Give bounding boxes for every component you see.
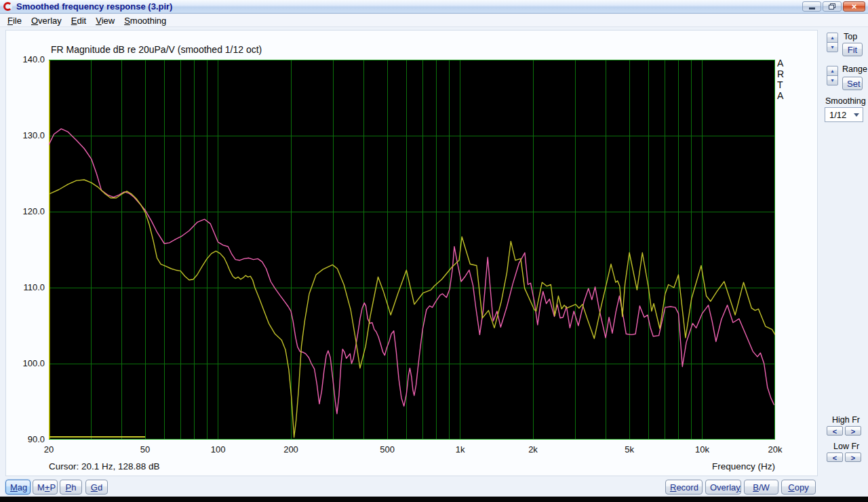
menu-smoothing[interactable]: Smoothing bbox=[119, 15, 171, 26]
set-button[interactable]: Set bbox=[842, 77, 863, 90]
high-fr-next-button[interactable]: > bbox=[845, 426, 861, 436]
frequency-response-chart bbox=[49, 60, 775, 440]
window-controls: × bbox=[802, 1, 865, 12]
high-fr-prev-button[interactable]: < bbox=[827, 426, 843, 436]
frequency-axis-label: Frequency (Hz) bbox=[639, 461, 775, 471]
x-tick-label: 100 bbox=[211, 444, 226, 455]
low-fr-next-button[interactable]: > bbox=[845, 452, 861, 462]
x-tick-label: 500 bbox=[380, 444, 395, 455]
toolbar-mag-button[interactable]: Mag bbox=[5, 480, 31, 495]
minimize-icon bbox=[809, 7, 815, 9]
titlebar: Smoothed frequency response (3.pir) × bbox=[0, 0, 868, 14]
minimize-button[interactable] bbox=[802, 1, 821, 12]
x-tick-label: 20 bbox=[44, 444, 54, 455]
restore-icon bbox=[829, 3, 835, 9]
toolbar-bw-button[interactable]: B/W bbox=[744, 480, 778, 495]
top-spin-down-button[interactable]: ▾ bbox=[827, 42, 838, 52]
smoothing-dropdown[interactable]: 1/12 bbox=[825, 107, 863, 122]
toolbar-ph-button[interactable]: Ph bbox=[60, 480, 82, 495]
x-tick-label: 20k bbox=[768, 444, 783, 455]
y-tick-label: 90.0 bbox=[1, 434, 45, 444]
x-tick-label: 2k bbox=[528, 444, 538, 455]
menu-overlay[interactable]: Overlay bbox=[26, 15, 66, 26]
arta-watermark: A R T A bbox=[777, 58, 784, 101]
range-spin-down-button[interactable]: ▾ bbox=[827, 75, 838, 85]
cursor-readout: Cursor: 20.1 Hz, 128.88 dB bbox=[49, 461, 160, 471]
top-spin-up-button[interactable]: ▴ bbox=[827, 33, 838, 43]
y-tick-label: 130.0 bbox=[1, 130, 45, 140]
low-fr-label: Low Fr bbox=[833, 442, 859, 451]
app-window: Smoothed frequency response (3.pir) × Fi… bbox=[0, 0, 868, 502]
arta-app-icon bbox=[3, 2, 12, 11]
toolbar-overlay-button[interactable]: Overlay bbox=[705, 480, 741, 495]
range-label: Range bbox=[842, 64, 867, 74]
top-label: Top bbox=[844, 32, 857, 41]
toolbar-mp-button[interactable]: M+P bbox=[33, 480, 58, 495]
plot-area[interactable] bbox=[49, 60, 775, 440]
smoothing-value: 1/12 bbox=[829, 110, 846, 120]
fit-button[interactable]: Fit bbox=[842, 43, 863, 56]
restore-button[interactable] bbox=[823, 1, 842, 12]
x-tick-label: 10k bbox=[695, 444, 709, 455]
y-tick-label: 110.0 bbox=[1, 282, 45, 292]
desktop-edge-strip bbox=[0, 497, 868, 502]
close-icon: × bbox=[852, 3, 857, 11]
high-fr-label: High Fr bbox=[832, 415, 860, 425]
x-tick-label: 200 bbox=[283, 444, 298, 455]
menu-view[interactable]: View bbox=[91, 15, 119, 26]
x-tick-label: 5k bbox=[625, 444, 634, 455]
toolbar-gd-button[interactable]: Gd bbox=[85, 480, 108, 495]
y-tick-label: 140.0 bbox=[1, 54, 45, 64]
menu-file[interactable]: File bbox=[3, 15, 26, 26]
chart-title: FR Magnitude dB re 20uPa/V (smoothed 1/1… bbox=[51, 44, 262, 55]
x-tick-label: 1k bbox=[456, 444, 465, 455]
low-fr-prev-button[interactable]: < bbox=[827, 452, 843, 462]
range-spin-up-button[interactable]: ▴ bbox=[827, 66, 838, 76]
y-tick-label: 100.0 bbox=[1, 358, 45, 368]
close-button[interactable]: × bbox=[843, 1, 865, 12]
top-spinner: ▴ ▾ bbox=[827, 33, 838, 52]
range-spinner: ▴ ▾ bbox=[827, 66, 838, 85]
toolbar-record-button[interactable]: Record bbox=[665, 480, 703, 495]
x-tick-label: 50 bbox=[140, 444, 150, 455]
toolbar-copy-button[interactable]: Copy bbox=[781, 480, 816, 495]
smoothing-label: Smoothing bbox=[825, 96, 866, 106]
window-title: Smoothed frequency response (3.pir) bbox=[16, 1, 172, 12]
menubar: File Overlay Edit View Smoothing bbox=[0, 14, 868, 27]
menu-edit[interactable]: Edit bbox=[66, 15, 91, 26]
chevron-down-icon bbox=[854, 113, 859, 117]
y-tick-label: 120.0 bbox=[1, 206, 45, 216]
